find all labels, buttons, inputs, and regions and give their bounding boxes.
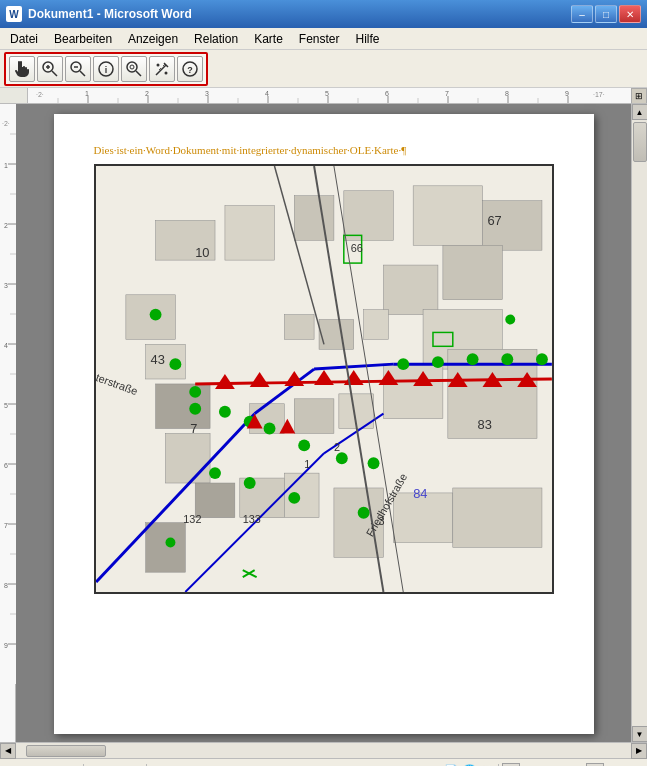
- svg-point-9: [127, 62, 137, 72]
- doc-text-content: Dies·ist·ein·Word·Dokument·mit·integrier…: [94, 144, 407, 156]
- menu-relation[interactable]: Relation: [186, 30, 246, 48]
- svg-text:7: 7: [4, 522, 8, 529]
- scroll-left-button[interactable]: ◀: [0, 743, 16, 759]
- svg-point-128: [218, 406, 230, 418]
- zoom-in-button[interactable]: [37, 56, 63, 82]
- svg-text:8: 8: [505, 90, 509, 97]
- svg-rect-85: [442, 245, 501, 299]
- svg-point-136: [466, 353, 478, 365]
- vertical-scrollbar[interactable]: ▲ ▼: [631, 104, 647, 742]
- svg-rect-46: [0, 104, 16, 684]
- find-button[interactable]: [121, 56, 147, 82]
- info-button[interactable]: i: [93, 56, 119, 82]
- svg-text:3: 3: [4, 282, 8, 289]
- svg-text:43: 43: [150, 352, 164, 367]
- svg-rect-98: [284, 315, 314, 340]
- scroll-track-v[interactable]: [632, 120, 647, 726]
- status-bar: Seite: 1 von 1 Wörter: 8 ✓ Deutsch (Deut…: [0, 758, 647, 766]
- embedded-map[interactable]: 10 67 43 7 83 84 132 133 1 2 3 66 Inters…: [94, 164, 554, 594]
- svg-line-3: [52, 71, 57, 76]
- svg-point-125: [149, 309, 161, 321]
- menu-bearbeiten[interactable]: Bearbeiten: [46, 30, 120, 48]
- svg-rect-77: [224, 206, 274, 260]
- svg-rect-95: [145, 523, 185, 573]
- svg-text:4: 4: [4, 342, 8, 349]
- svg-rect-79: [343, 191, 393, 241]
- horizontal-scrollbar[interactable]: ◀ ▶: [0, 742, 647, 758]
- svg-text:2: 2: [145, 90, 149, 97]
- svg-text:83: 83: [477, 417, 491, 432]
- scroll-thumb-h[interactable]: [26, 745, 106, 757]
- ruler-corner: [0, 88, 28, 104]
- svg-line-11: [136, 71, 141, 76]
- svg-text:9: 9: [4, 642, 8, 649]
- menu-anzeigen[interactable]: Anzeigen: [120, 30, 186, 48]
- help-button[interactable]: ?: [177, 56, 203, 82]
- svg-line-6: [80, 71, 85, 76]
- svg-text:7: 7: [445, 90, 449, 97]
- svg-point-145: [505, 315, 515, 325]
- hand-icon: [14, 61, 30, 77]
- close-button[interactable]: ✕: [619, 5, 641, 23]
- svg-point-12: [157, 63, 160, 66]
- svg-point-137: [501, 353, 513, 365]
- svg-text:i: i: [105, 65, 108, 75]
- hand-tool-button[interactable]: [9, 56, 35, 82]
- info-icon: i: [98, 61, 114, 77]
- magic-button[interactable]: [149, 56, 175, 82]
- document-area[interactable]: Dies·ist·ein·Word·Dokument·mit·integrier…: [16, 104, 631, 742]
- svg-text:5: 5: [325, 90, 329, 97]
- ruler-h-svg: 1 2 3 4 5 6 7 8 9 ·2· ·17·: [28, 88, 618, 104]
- svg-point-133: [367, 457, 379, 469]
- svg-point-140: [243, 477, 255, 489]
- ruler-v-svg: 1 2 3 4 5 6 7 8: [0, 104, 16, 684]
- zoom-minus-button[interactable]: –: [502, 763, 520, 767]
- title-bar-controls: – □ ✕: [571, 5, 641, 23]
- svg-text:4: 4: [265, 90, 269, 97]
- svg-text:8: 8: [4, 582, 8, 589]
- svg-text:1: 1: [304, 458, 310, 470]
- scroll-track-h[interactable]: [16, 743, 631, 758]
- svg-text:66: 66: [350, 242, 362, 254]
- magic-icon: [154, 61, 170, 77]
- menu-fenster[interactable]: Fenster: [291, 30, 348, 48]
- svg-text:·2·: ·2·: [36, 91, 44, 98]
- maximize-button[interactable]: □: [595, 5, 617, 23]
- scroll-up-button[interactable]: ▲: [632, 104, 648, 120]
- zoom-out-button[interactable]: [65, 56, 91, 82]
- svg-text:84: 84: [413, 486, 427, 501]
- svg-point-139: [209, 467, 221, 479]
- content-area: 1 2 3 4 5 6 7 8: [0, 104, 647, 742]
- toolbar-group-main: i ?: [4, 52, 208, 86]
- svg-point-10: [130, 65, 134, 69]
- menu-bar: Datei Bearbeiten Anzeigen Relation Karte…: [0, 28, 647, 50]
- svg-text:5: 5: [4, 402, 8, 409]
- svg-text:1: 1: [85, 90, 89, 97]
- svg-text:7: 7: [190, 421, 197, 436]
- svg-rect-89: [383, 364, 442, 418]
- svg-text:?: ?: [187, 65, 193, 75]
- svg-rect-90: [447, 349, 536, 438]
- svg-text:67: 67: [487, 213, 501, 228]
- menu-karte[interactable]: Karte: [246, 30, 291, 48]
- svg-text:133: 133: [242, 513, 260, 525]
- svg-text:6: 6: [4, 462, 8, 469]
- scroll-right-button[interactable]: ▶: [631, 743, 647, 759]
- menu-datei[interactable]: Datei: [2, 30, 46, 48]
- svg-point-134: [397, 358, 409, 370]
- svg-point-135: [431, 356, 443, 368]
- menu-hilfe[interactable]: Hilfe: [348, 30, 388, 48]
- svg-point-138: [536, 353, 548, 365]
- zoom-out-icon: [70, 61, 86, 77]
- zoom-plus-button[interactable]: +: [586, 763, 604, 767]
- svg-text:132: 132: [183, 513, 201, 525]
- minimize-button[interactable]: –: [571, 5, 593, 23]
- toolbar: i ?: [0, 50, 647, 88]
- svg-point-131: [298, 439, 310, 451]
- scroll-down-button[interactable]: ▼: [632, 726, 648, 742]
- scroll-thumb-v[interactable]: [633, 122, 647, 162]
- svg-point-142: [357, 507, 369, 519]
- window-title: Dokument1 - Microsoft Word: [28, 7, 192, 21]
- svg-rect-16: [28, 88, 618, 104]
- svg-text:1: 1: [4, 162, 8, 169]
